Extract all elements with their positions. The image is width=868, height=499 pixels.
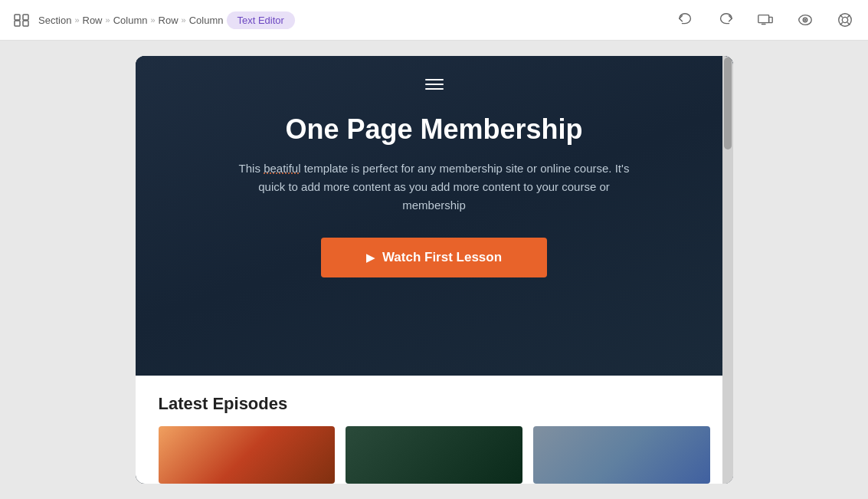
active-tab-text-editor[interactable]: Text Editor [227, 11, 295, 29]
top-bar: Section » Row » Column » Row » Column Te… [0, 0, 868, 41]
page-content: One Page Membership This beatiful templa… [136, 56, 733, 484]
episodes-grid [159, 426, 710, 484]
breadcrumb-sep-1: » [74, 15, 79, 25]
svg-rect-5 [769, 17, 773, 22]
episode-card-3[interactable] [533, 426, 710, 484]
hero-desc-after: template is perfect for any membership s… [258, 162, 629, 212]
svg-point-8 [804, 19, 806, 21]
svg-rect-3 [23, 21, 28, 26]
hero-title: One Page Membership [285, 113, 582, 146]
back-icon[interactable] [9, 8, 34, 32]
play-icon: ▶ [366, 251, 375, 264]
breadcrumb-column-2[interactable]: Column [189, 15, 224, 26]
breadcrumb: Section » Row » Column » Row » Column Te… [38, 11, 295, 29]
top-bar-left: Section » Row » Column » Row » Column Te… [9, 8, 295, 32]
scrollbar[interactable] [722, 56, 733, 484]
svg-rect-0 [15, 15, 20, 20]
episodes-section-title: Latest Episodes [159, 394, 710, 414]
breadcrumb-section[interactable]: Section [38, 15, 71, 26]
svg-rect-2 [15, 21, 20, 26]
hero-desc-highlight: beatiful [264, 162, 300, 175]
top-bar-right [672, 6, 859, 34]
svg-point-10 [842, 17, 847, 22]
episode-card-2[interactable] [346, 426, 522, 484]
svg-rect-1 [23, 15, 28, 20]
hero-description: This beatiful template is perfect for an… [228, 159, 641, 215]
breadcrumb-sep-2: » [106, 15, 110, 25]
hero-section: One Page Membership This beatiful templa… [136, 56, 733, 376]
preview-button[interactable] [791, 6, 819, 34]
undo-button[interactable] [672, 6, 699, 34]
main-area: One Page Membership This beatiful templa… [0, 41, 868, 499]
episode-card-1[interactable] [159, 426, 336, 484]
hamburger-line-3 [425, 88, 444, 90]
help-button[interactable] [831, 6, 859, 34]
hamburger-menu-icon[interactable] [425, 79, 444, 90]
device-frame: One Page Membership This beatiful templa… [136, 56, 733, 484]
hamburger-line-1 [425, 79, 444, 80]
watch-button-label: Watch First Lesson [382, 250, 502, 265]
responsive-view-button[interactable] [752, 6, 779, 34]
breadcrumb-row-1[interactable]: Row [83, 15, 103, 26]
breadcrumb-sep-4: » [182, 15, 186, 25]
redo-button[interactable] [712, 6, 739, 34]
svg-rect-4 [758, 15, 769, 23]
breadcrumb-column-1[interactable]: Column [113, 15, 148, 26]
watch-first-lesson-button[interactable]: ▶ Watch First Lesson [321, 238, 547, 277]
breadcrumb-sep-3: » [150, 15, 155, 25]
episodes-section: Latest Episodes [136, 376, 733, 484]
hero-desc-before: This [239, 162, 264, 175]
hamburger-line-2 [425, 84, 444, 85]
breadcrumb-row-2[interactable]: Row [159, 15, 179, 26]
scrollbar-thumb[interactable] [724, 57, 732, 149]
